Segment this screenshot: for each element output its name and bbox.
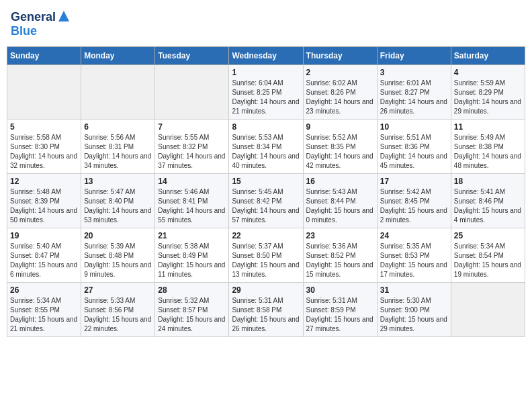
day-info: Sunrise: 5:42 AM Sunset: 8:45 PM Dayligh… [380, 187, 448, 225]
day-info: Sunrise: 5:33 AM Sunset: 8:56 PM Dayligh… [84, 296, 152, 334]
calendar-cell: 26Sunrise: 5:34 AM Sunset: 8:55 PM Dayli… [7, 283, 81, 337]
calendar-week-row: 1Sunrise: 6:04 AM Sunset: 8:25 PM Daylig… [7, 65, 525, 120]
day-number: 20 [84, 231, 152, 240]
day-info: Sunrise: 5:53 AM Sunset: 8:34 PM Dayligh… [232, 133, 300, 171]
calendar-cell: 18Sunrise: 5:41 AM Sunset: 8:46 PM Dayli… [451, 174, 525, 228]
day-info: Sunrise: 5:31 AM Sunset: 8:59 PM Dayligh… [306, 296, 374, 334]
weekday-header-sunday: Sunday [7, 47, 81, 65]
day-number: 17 [380, 177, 448, 186]
calendar-cell: 14Sunrise: 5:46 AM Sunset: 8:41 PM Dayli… [155, 174, 229, 228]
day-number: 7 [158, 122, 226, 132]
day-number: 22 [232, 231, 300, 240]
calendar-table: SundayMondayTuesdayWednesdayThursdayFrid… [7, 46, 525, 337]
day-info: Sunrise: 5:30 AM Sunset: 9:00 PM Dayligh… [380, 296, 448, 334]
calendar-cell: 20Sunrise: 5:39 AM Sunset: 8:48 PM Dayli… [81, 228, 155, 283]
day-info: Sunrise: 5:32 AM Sunset: 8:57 PM Dayligh… [158, 296, 226, 334]
calendar-cell: 27Sunrise: 5:33 AM Sunset: 8:56 PM Dayli… [81, 283, 155, 337]
calendar-cell: 5Sunrise: 5:58 AM Sunset: 8:30 PM Daylig… [7, 120, 81, 174]
day-number: 11 [454, 122, 522, 132]
calendar-cell: 12Sunrise: 5:48 AM Sunset: 8:39 PM Dayli… [7, 174, 81, 228]
calendar-cell: 9Sunrise: 5:52 AM Sunset: 8:35 PM Daylig… [303, 120, 377, 174]
calendar-cell: 21Sunrise: 5:38 AM Sunset: 8:49 PM Dayli… [155, 228, 229, 283]
logo: General Blue [11, 9, 71, 38]
day-number: 25 [454, 231, 522, 240]
day-number: 3 [380, 68, 448, 77]
day-info: Sunrise: 5:40 AM Sunset: 8:47 PM Dayligh… [10, 242, 78, 279]
day-info: Sunrise: 6:04 AM Sunset: 8:25 PM Dayligh… [232, 79, 300, 116]
calendar-cell: 31Sunrise: 5:30 AM Sunset: 9:00 PM Dayli… [377, 283, 451, 337]
day-number: 13 [84, 177, 152, 186]
calendar-cell: 1Sunrise: 6:04 AM Sunset: 8:25 PM Daylig… [229, 65, 303, 120]
day-number: 27 [84, 285, 152, 295]
calendar-cell: 23Sunrise: 5:36 AM Sunset: 8:52 PM Dayli… [303, 228, 377, 283]
day-info: Sunrise: 5:48 AM Sunset: 8:39 PM Dayligh… [10, 187, 78, 225]
calendar-week-row: 12Sunrise: 5:48 AM Sunset: 8:39 PM Dayli… [7, 174, 525, 228]
day-info: Sunrise: 5:47 AM Sunset: 8:40 PM Dayligh… [84, 187, 152, 225]
day-info: Sunrise: 5:45 AM Sunset: 8:42 PM Dayligh… [232, 187, 300, 225]
calendar-cell: 2Sunrise: 6:02 AM Sunset: 8:26 PM Daylig… [303, 65, 377, 120]
calendar-cell: 8Sunrise: 5:53 AM Sunset: 8:34 PM Daylig… [229, 120, 303, 174]
day-info: Sunrise: 5:34 AM Sunset: 8:54 PM Dayligh… [454, 242, 522, 279]
calendar-cell: 15Sunrise: 5:45 AM Sunset: 8:42 PM Dayli… [229, 174, 303, 228]
logo-general: General [11, 10, 56, 24]
day-number: 29 [232, 285, 300, 295]
day-info: Sunrise: 5:49 AM Sunset: 8:38 PM Dayligh… [454, 133, 522, 171]
day-number: 9 [306, 122, 374, 132]
calendar-cell: 11Sunrise: 5:49 AM Sunset: 8:38 PM Dayli… [451, 120, 525, 174]
calendar-cell: 4Sunrise: 5:59 AM Sunset: 8:29 PM Daylig… [451, 65, 525, 120]
day-info: Sunrise: 5:35 AM Sunset: 8:53 PM Dayligh… [380, 242, 448, 279]
day-info: Sunrise: 5:41 AM Sunset: 8:46 PM Dayligh… [454, 187, 522, 225]
calendar-cell: 3Sunrise: 6:01 AM Sunset: 8:27 PM Daylig… [377, 65, 451, 120]
weekday-header-saturday: Saturday [451, 47, 525, 65]
day-info: Sunrise: 5:56 AM Sunset: 8:31 PM Dayligh… [84, 133, 152, 171]
page-header: General Blue [7, 7, 525, 41]
calendar-cell: 16Sunrise: 5:43 AM Sunset: 8:44 PM Dayli… [303, 174, 377, 228]
day-info: Sunrise: 5:58 AM Sunset: 8:30 PM Dayligh… [10, 133, 78, 171]
weekday-header-wednesday: Wednesday [229, 47, 303, 65]
day-info: Sunrise: 6:02 AM Sunset: 8:26 PM Dayligh… [306, 79, 374, 116]
calendar-cell [7, 65, 81, 120]
day-number: 28 [158, 285, 226, 295]
weekday-header-tuesday: Tuesday [155, 47, 229, 65]
calendar-week-row: 5Sunrise: 5:58 AM Sunset: 8:30 PM Daylig… [7, 120, 525, 174]
day-number: 31 [380, 285, 448, 295]
weekday-header-friday: Friday [377, 47, 451, 65]
day-number: 14 [158, 177, 226, 186]
calendar-cell: 30Sunrise: 5:31 AM Sunset: 8:59 PM Dayli… [303, 283, 377, 337]
day-number: 4 [454, 68, 522, 77]
calendar-cell: 25Sunrise: 5:34 AM Sunset: 8:54 PM Dayli… [451, 228, 525, 283]
day-number: 8 [232, 122, 300, 132]
day-number: 19 [10, 231, 78, 240]
calendar-week-row: 26Sunrise: 5:34 AM Sunset: 8:55 PM Dayli… [7, 283, 525, 337]
calendar-cell: 10Sunrise: 5:51 AM Sunset: 8:36 PM Dayli… [377, 120, 451, 174]
day-info: Sunrise: 5:37 AM Sunset: 8:50 PM Dayligh… [232, 242, 300, 279]
calendar-cell: 29Sunrise: 5:31 AM Sunset: 8:58 PM Dayli… [229, 283, 303, 337]
day-number: 23 [306, 231, 374, 240]
day-info: Sunrise: 5:59 AM Sunset: 8:29 PM Dayligh… [454, 79, 522, 116]
calendar-cell: 6Sunrise: 5:56 AM Sunset: 8:31 PM Daylig… [81, 120, 155, 174]
calendar-cell: 28Sunrise: 5:32 AM Sunset: 8:57 PM Dayli… [155, 283, 229, 337]
day-number: 6 [84, 122, 152, 132]
day-number: 21 [158, 231, 226, 240]
day-number: 10 [380, 122, 448, 132]
calendar-cell: 13Sunrise: 5:47 AM Sunset: 8:40 PM Dayli… [81, 174, 155, 228]
day-number: 5 [10, 122, 78, 132]
day-info: Sunrise: 5:55 AM Sunset: 8:32 PM Dayligh… [158, 133, 226, 171]
day-info: Sunrise: 5:51 AM Sunset: 8:36 PM Dayligh… [380, 133, 448, 171]
calendar-cell [155, 65, 229, 120]
day-info: Sunrise: 5:38 AM Sunset: 8:49 PM Dayligh… [158, 242, 226, 279]
logo-icon [57, 9, 71, 23]
calendar-cell: 17Sunrise: 5:42 AM Sunset: 8:45 PM Dayli… [377, 174, 451, 228]
day-number: 15 [232, 177, 300, 186]
day-number: 16 [306, 177, 374, 186]
svg-marker-0 [58, 11, 69, 21]
day-info: Sunrise: 5:43 AM Sunset: 8:44 PM Dayligh… [306, 187, 374, 225]
calendar-cell: 24Sunrise: 5:35 AM Sunset: 8:53 PM Dayli… [377, 228, 451, 283]
calendar-week-row: 19Sunrise: 5:40 AM Sunset: 8:47 PM Dayli… [7, 228, 525, 283]
weekday-header-row: SundayMondayTuesdayWednesdayThursdayFrid… [7, 47, 525, 65]
day-number: 30 [306, 285, 374, 295]
calendar-cell: 19Sunrise: 5:40 AM Sunset: 8:47 PM Dayli… [7, 228, 81, 283]
day-info: Sunrise: 5:46 AM Sunset: 8:41 PM Dayligh… [158, 187, 226, 225]
day-info: Sunrise: 6:01 AM Sunset: 8:27 PM Dayligh… [380, 79, 448, 116]
calendar-cell [451, 283, 525, 337]
